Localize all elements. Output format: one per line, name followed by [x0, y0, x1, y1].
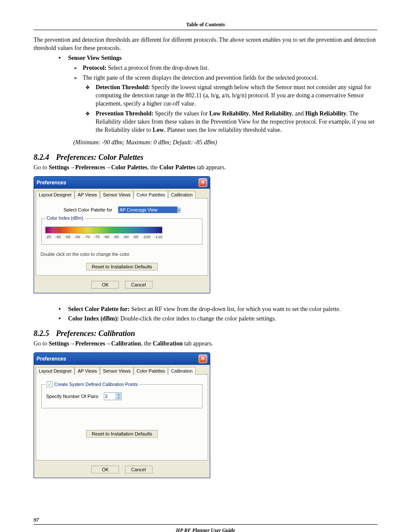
color-index-title: Color Index (dBm): [45, 215, 84, 221]
color-hint: Double click on the color to change the …: [40, 252, 203, 257]
section-825-heading: 8.2.5Preferences: Calibration: [34, 329, 377, 338]
tab-calibration[interactable]: Calibration: [168, 191, 196, 199]
section-824-goto: Go to Settings→Preferences→Color Palette…: [34, 164, 377, 172]
create-points-label: Create System Defined Calibration Points: [54, 382, 138, 387]
dialog-titlebar[interactable]: Preferences ✕: [34, 177, 210, 189]
detection-threshold-item: Detection Threshold: Specify the lowest …: [85, 84, 377, 108]
section-824-heading: 8.2.4Preferences: Color Palettes: [34, 153, 377, 162]
tabstrip: Layout Designer AP Views Sensor Views Co…: [34, 189, 210, 198]
sensor-view-settings-heading: Sensor View Settings: [59, 54, 377, 62]
color-gradient[interactable]: [45, 227, 162, 233]
tab-sensor-views[interactable]: Sensor Views: [100, 191, 134, 199]
tab-color-palettes[interactable]: Color Palettes: [134, 191, 168, 199]
tab-pane: Select Color Palette for AP Coverage Vie…: [36, 198, 208, 276]
intro-paragraph: The prevention and detection thresholds …: [34, 36, 377, 53]
calibration-group: ✓Create System Defined Calibration Point…: [41, 384, 202, 408]
color-index-group: Color Index (dBm) -25-45-55-65-70-75-80-…: [41, 218, 202, 245]
preferences-dialog-color-palettes: Preferences ✕ Layout Designer AP Views S…: [34, 176, 210, 293]
tab-calibration[interactable]: Calibration: [168, 367, 196, 375]
select-palette-label: Select Color Palette for: [63, 207, 112, 212]
tab-layout-designer[interactable]: Layout Designer: [36, 367, 75, 375]
select-palette-bullet: Select Color Palette for: Select an RF v…: [59, 305, 377, 314]
chevron-down-icon[interactable]: ▾: [177, 208, 181, 213]
spinner-down-icon[interactable]: ▼: [116, 396, 121, 400]
protocol-item: Protocol: Select a protocol from the dro…: [73, 64, 377, 72]
page-number: 97: [34, 517, 377, 525]
tab-color-palettes[interactable]: Color Palettes: [134, 367, 168, 375]
section-825-goto: Go to Settings→Preferences→Calibration, …: [34, 340, 377, 348]
spinner-up-icon[interactable]: ▲: [116, 393, 121, 396]
calibration-group-title: ✓Create System Defined Calibration Point…: [45, 381, 139, 387]
color-scale-labels: -25-45-55-65-70-75-80-85-90-95-100-110: [45, 234, 162, 239]
tab-sensor-views[interactable]: Sensor Views: [100, 367, 134, 375]
pairs-input[interactable]: [104, 394, 115, 399]
reset-defaults-button[interactable]: Reset to Installation Defaults: [86, 430, 158, 438]
palette-select[interactable]: AP Coverage View: [118, 206, 177, 213]
tab-pane: ✓Create System Defined Calibration Point…: [36, 374, 208, 460]
cancel-button[interactable]: Cancel: [125, 466, 153, 473]
minmax-note: (Minimum: -90 dBm; Maximum: 0 dBm; Defau…: [73, 139, 377, 147]
dialog-title: Preferences: [37, 180, 66, 186]
dialog-titlebar[interactable]: Preferences ✕: [34, 353, 210, 365]
close-icon[interactable]: ✕: [199, 355, 207, 363]
ok-button[interactable]: OK: [91, 281, 119, 289]
color-index-bullet: Color Index (dBm): Double‑click the colo…: [59, 315, 377, 323]
tab-ap-views[interactable]: AP Views: [75, 191, 100, 199]
tabstrip: Layout Designer AP Views Sensor Views Co…: [34, 365, 210, 374]
cancel-button[interactable]: Cancel: [125, 281, 153, 289]
dialog-buttons: OK Cancel: [34, 277, 210, 293]
ok-button[interactable]: OK: [91, 466, 119, 473]
header-toc: Table of Contents: [34, 22, 377, 30]
tab-layout-designer[interactable]: Layout Designer: [36, 191, 75, 199]
palette-select-value: AP Coverage View: [120, 207, 158, 212]
dialog-title: Preferences: [37, 356, 66, 362]
footer-guide: HP RF Planner User Guide: [34, 527, 377, 532]
dialog-buttons: OK Cancel: [34, 462, 210, 478]
reset-defaults-button[interactable]: Reset to Installation Defaults: [86, 263, 158, 271]
create-points-checkbox[interactable]: ✓: [47, 381, 53, 387]
tab-ap-views[interactable]: AP Views: [75, 367, 100, 375]
preferences-dialog-calibration: Preferences ✕ Layout Designer AP Views S…: [34, 352, 210, 478]
close-icon[interactable]: ✕: [199, 178, 207, 187]
pairs-label: Specify Number Of Pairs: [46, 394, 98, 399]
prevention-threshold-item: Prevention Threshold: Specify the values…: [85, 110, 377, 134]
pairs-spinner[interactable]: ▲▼: [104, 392, 121, 400]
right-pane-item: The right pane of the screen displays th…: [73, 74, 377, 82]
